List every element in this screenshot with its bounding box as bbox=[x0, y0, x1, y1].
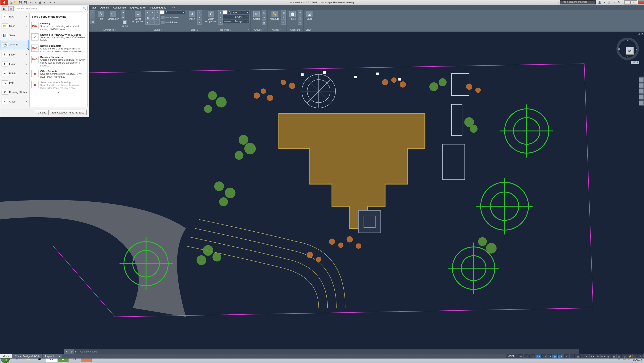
layer-iso-icon[interactable]: ◧ bbox=[145, 15, 150, 20]
panel-title-layers[interactable]: Layers bbox=[154, 29, 162, 31]
transparency-icon[interactable]: ▧ bbox=[575, 354, 580, 358]
layer-thaw-icon[interactable]: ❄ bbox=[155, 15, 160, 20]
app-menu-view-icon-large[interactable]: ▤ bbox=[8, 6, 14, 11]
layer-color-swatch[interactable] bbox=[160, 10, 164, 14]
qat-open-icon[interactable]: 📂 bbox=[13, 0, 18, 5]
ribbon-tab[interactable]: Express Tools bbox=[128, 5, 148, 10]
app-menu-item-new[interactable]: ▫New▸ bbox=[0, 12, 29, 21]
view-cube[interactable]: N S E W TOP WCS bbox=[615, 36, 640, 64]
vp-maximize-icon[interactable]: ☐ bbox=[638, 32, 640, 35]
save-as-option-drawing-standards[interactable]: DWSDrawing StandardsCreate a drawing sta… bbox=[30, 55, 86, 69]
group-edit-icon[interactable]: ✎ bbox=[262, 15, 266, 20]
dimension-button[interactable]: ⟷Dimension bbox=[106, 10, 120, 20]
quick-props-icon[interactable]: ▦ bbox=[611, 354, 616, 358]
text-button[interactable]: AText bbox=[96, 10, 106, 20]
app-logo[interactable]: A bbox=[0, 0, 8, 5]
drawing-area[interactable]: — ☐ ✕ N S E W TOP WCS bbox=[0, 32, 644, 354]
app-menu-item-drawing-utilities[interactable]: 🛠Drawing Utilities▸ bbox=[0, 88, 29, 97]
edit-attr-icon[interactable]: ≡ bbox=[198, 20, 202, 24]
panel-title-view[interactable]: View bbox=[306, 29, 313, 31]
layer-properties-button[interactable]: ≣Layer Properties bbox=[131, 10, 145, 23]
mleader-style-icon[interactable]: ⤵▾ bbox=[121, 15, 125, 20]
edit-block-icon[interactable]: ▾ bbox=[198, 15, 202, 20]
app-menu-item-open[interactable]: 📂Open▸ bbox=[0, 21, 29, 31]
qat-save-web-icon[interactable]: ☁ bbox=[28, 0, 33, 5]
match-layer-button[interactable]: Match Layer bbox=[160, 20, 179, 24]
qat-plot-icon[interactable]: 🖨 bbox=[38, 0, 42, 5]
model-canvas[interactable] bbox=[0, 32, 644, 354]
clean-screen-icon[interactable]: ▭ bbox=[633, 354, 638, 358]
qat-save-icon[interactable]: 💾 bbox=[18, 0, 23, 5]
app-menu-item-publish[interactable]: ☁Publish▸ bbox=[0, 69, 29, 78]
otrack-icon[interactable]: ✕ bbox=[564, 354, 569, 358]
close-button[interactable]: ✕ bbox=[638, 0, 644, 4]
ribbon-tab[interactable]: Add-ins bbox=[98, 5, 111, 10]
layer-prev-icon[interactable]: ↺ bbox=[150, 20, 155, 24]
save-as-option-drawing-to-autocad-web-mobile[interactable]: ↗Drawing to AutoCAD Web & MobileSave the… bbox=[30, 32, 86, 44]
cut-icon[interactable]: ✂ bbox=[298, 10, 302, 15]
app-menu-item-export[interactable]: ⬆Export▸ bbox=[0, 59, 29, 69]
wcs-badge[interactable]: WCS bbox=[631, 61, 639, 64]
lock-ui-icon[interactable]: ▤ bbox=[617, 354, 622, 358]
dim-style-icon[interactable]: ⊦▾ bbox=[121, 10, 125, 15]
help-icon[interactable]: ?⃝ bbox=[617, 0, 622, 5]
copy-base-icon[interactable]: ⎘ bbox=[298, 20, 302, 24]
panel-title-block[interactable]: Block bbox=[191, 29, 198, 31]
insert-button[interactable]: ⬇Insert bbox=[187, 10, 197, 20]
cmd-customize-icon[interactable]: ⚙ bbox=[69, 349, 74, 354]
sign-in-icon[interactable]: 👤 bbox=[597, 0, 602, 5]
save-as-option-drawing[interactable]: DWGDrawingSave the current drawing to th… bbox=[30, 21, 86, 32]
isodraft-icon[interactable]: ◧ bbox=[552, 354, 557, 358]
table-button[interactable]: ▦Table bbox=[121, 20, 129, 27]
qat-saveas-icon[interactable]: 💾 bbox=[23, 0, 28, 5]
app-menu-view-icon-small[interactable]: ▥ bbox=[2, 6, 7, 11]
a360-icon[interactable]: ⟁ bbox=[612, 0, 617, 5]
qat-redo-icon[interactable]: ↷ bbox=[48, 0, 52, 5]
autodesk-app-icon[interactable]: ▾ bbox=[602, 0, 607, 5]
create-block-icon[interactable]: ✎ bbox=[198, 10, 202, 15]
exit-button[interactable]: Exit Autodesk AutoCAD 2019 bbox=[50, 110, 87, 115]
cmd-input[interactable]: Type a command bbox=[78, 350, 97, 353]
layout-tab-model[interactable]: Model bbox=[0, 354, 12, 358]
quick-calc-icon[interactable]: 🖩 bbox=[281, 15, 286, 20]
cart-icon[interactable]: 🛒 bbox=[607, 0, 612, 5]
group-select-icon[interactable]: ▦ bbox=[262, 20, 266, 24]
app-menu-item-save[interactable]: 💾Save bbox=[0, 31, 29, 40]
viewcube-west[interactable]: W bbox=[618, 48, 620, 50]
ortho-icon[interactable]: ∟ ▾ bbox=[541, 354, 546, 358]
app-menu-search-input[interactable] bbox=[16, 7, 83, 10]
ribbon-tab[interactable]: Collaborate bbox=[111, 5, 128, 10]
customize-status-icon[interactable]: ≡ bbox=[638, 354, 643, 358]
pan-icon[interactable] bbox=[639, 83, 644, 88]
viewcube-top-face[interactable]: TOP bbox=[626, 47, 634, 54]
layout-tab[interactable]: Layout1 bbox=[42, 354, 57, 358]
full-nav-wheel-icon[interactable] bbox=[639, 78, 644, 82]
vp-minimize-icon[interactable]: — bbox=[634, 32, 636, 35]
qat-dropdown-icon[interactable]: ▾ bbox=[52, 0, 57, 5]
cmd-close-icon[interactable]: ✕ bbox=[64, 349, 69, 354]
measure-button[interactable]: 📏Measure bbox=[268, 10, 281, 20]
linear-dim-icon[interactable]: ⟍ bbox=[90, 10, 95, 15]
save-as-option-drawing-template[interactable]: DWTDrawing TemplateCreate a drawing temp… bbox=[30, 44, 86, 55]
hardware-accel-icon[interactable]: ⚡ bbox=[628, 354, 632, 358]
layer-combo[interactable]: 0▾ bbox=[165, 10, 185, 14]
layer-uniso-icon[interactable]: ◨ bbox=[150, 15, 155, 20]
zoom-extents-icon[interactable] bbox=[639, 89, 644, 94]
anno-monitor-icon[interactable]: ⊕ ▾ bbox=[600, 354, 606, 358]
dynamic-input-icon[interactable]: ✛ ▾ bbox=[536, 354, 541, 358]
ungroup-icon[interactable]: ⊟ bbox=[262, 10, 266, 15]
command-line[interactable]: ✕ ⚙ ▸ Type a command ▴ bbox=[64, 349, 579, 354]
select-all-icon[interactable]: ▦ bbox=[281, 10, 286, 15]
color-combo[interactable]: ByLayer▾ bbox=[228, 10, 249, 14]
anno-visibility-icon[interactable]: ✳ ▾ bbox=[590, 354, 595, 358]
layer-lock-icon[interactable]: 🔒 bbox=[155, 10, 160, 15]
panel-title-properties[interactable]: Properties bbox=[219, 29, 231, 31]
polar-icon[interactable]: ∠ ▾ bbox=[547, 354, 552, 358]
point-id-icon[interactable]: ✛ bbox=[281, 20, 286, 24]
linetype-sm-icon[interactable]: ⋯ bbox=[218, 20, 223, 24]
layer-on-icon[interactable]: ◈ bbox=[145, 20, 150, 24]
infer-constraint-icon[interactable]: ⊦ bbox=[530, 354, 536, 358]
isolate-obj-icon[interactable]: ◑ bbox=[622, 354, 627, 358]
ribbon-tab[interactable]: tput bbox=[90, 5, 98, 10]
app-menu-item-import[interactable]: ⬇Import▸ bbox=[0, 50, 29, 59]
